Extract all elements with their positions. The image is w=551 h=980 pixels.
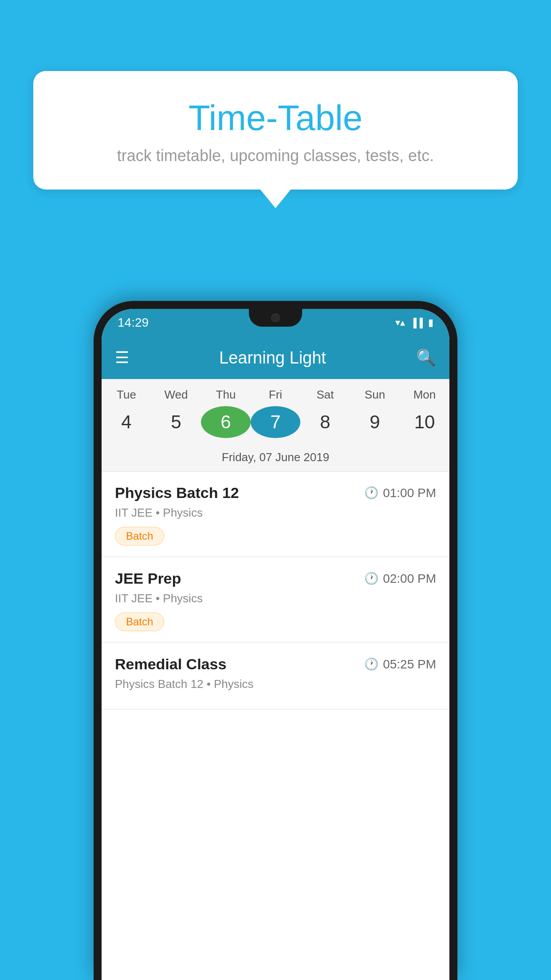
batch-badge: Batch: [115, 612, 164, 631]
camera: [271, 313, 280, 322]
day-number: 9: [350, 408, 400, 436]
calendar-day[interactable]: 7: [251, 406, 300, 438]
schedule-item-header: Remedial Class 🕐 05:25 PM: [115, 656, 436, 673]
day-label: Sat: [300, 379, 350, 406]
speech-bubble: Time-Table track timetable, upcoming cla…: [33, 71, 518, 190]
calendar: TueWedThuFriSatSunMon 45678910 Friday, 0…: [102, 379, 449, 472]
day-label: Wed: [151, 379, 201, 406]
bubble-title: Time-Table: [55, 98, 496, 138]
schedule-title: Physics Batch 12: [115, 484, 239, 502]
day-number: 8: [300, 408, 350, 436]
bubble-subtitle: track timetable, upcoming classes, tests…: [55, 146, 496, 165]
hamburger-icon[interactable]: ☰: [115, 350, 129, 366]
day-number: 5: [151, 408, 201, 436]
day-label: Sun: [350, 379, 400, 406]
calendar-day[interactable]: 9: [350, 408, 400, 436]
day-label: Mon: [400, 379, 449, 406]
schedule-title: Remedial Class: [115, 656, 226, 673]
day-numbers: 45678910: [102, 406, 449, 445]
app-bar: ☰ Learning Light 🔍: [102, 336, 449, 379]
wifi-icon: ▾▴: [395, 317, 405, 328]
schedule-item-header: JEE Prep 🕐 02:00 PM: [115, 570, 436, 587]
schedule-subtitle: IIT JEE • Physics: [115, 592, 436, 605]
batch-badge: Batch: [115, 527, 164, 545]
clock-icon: 🕐: [364, 657, 378, 671]
status-bar: 14:29 ▾▴ ▐▐ ▮: [102, 309, 449, 336]
signal-icon: ▐▐: [410, 318, 423, 328]
day-headers: TueWedThuFriSatSunMon: [102, 379, 449, 406]
day-number: 4: [102, 408, 151, 436]
day-number: 6: [201, 406, 251, 438]
schedule-title: JEE Prep: [115, 570, 181, 587]
calendar-day[interactable]: 8: [300, 408, 350, 436]
battery-icon: ▮: [428, 317, 433, 328]
notch: [249, 309, 302, 327]
schedule-item[interactable]: JEE Prep 🕐 02:00 PM IIT JEE • Physics Ba…: [102, 557, 449, 642]
schedule-item[interactable]: Remedial Class 🕐 05:25 PM Physics Batch …: [102, 643, 449, 709]
status-time: 14:29: [118, 316, 149, 330]
schedule-time: 🕐 05:25 PM: [364, 657, 436, 672]
day-label: Fri: [251, 379, 300, 406]
calendar-day[interactable]: 6: [201, 406, 251, 438]
schedule-list: Physics Batch 12 🕐 01:00 PM IIT JEE • Ph…: [102, 472, 449, 710]
schedule-subtitle: IIT JEE • Physics: [115, 506, 436, 520]
day-number: 7: [251, 406, 300, 438]
schedule-time: 🕐 02:00 PM: [364, 572, 436, 586]
app-bar-title: Learning Light: [219, 348, 326, 368]
schedule-item[interactable]: Physics Batch 12 🕐 01:00 PM IIT JEE • Ph…: [102, 472, 449, 557]
calendar-day[interactable]: 4: [102, 408, 151, 436]
phone-frame: 14:29 ▾▴ ▐▐ ▮ ☰ Learning Light 🔍 TueWedT…: [94, 301, 457, 980]
day-number: 10: [400, 408, 449, 436]
selected-date: Friday, 07 June 2019: [102, 445, 449, 472]
clock-icon: 🕐: [364, 572, 378, 585]
day-label: Tue: [102, 379, 151, 406]
schedule-subtitle: Physics Batch 12 • Physics: [115, 677, 436, 691]
schedule-time: 🕐 01:00 PM: [364, 486, 436, 500]
calendar-day[interactable]: 5: [151, 408, 201, 436]
schedule-item-header: Physics Batch 12 🕐 01:00 PM: [115, 484, 436, 502]
status-icons: ▾▴ ▐▐ ▮: [395, 317, 433, 328]
clock-icon: 🕐: [364, 486, 378, 500]
search-icon[interactable]: 🔍: [416, 348, 436, 367]
phone-screen: 14:29 ▾▴ ▐▐ ▮ ☰ Learning Light 🔍 TueWedT…: [102, 309, 449, 980]
day-label: Thu: [201, 379, 251, 406]
calendar-day[interactable]: 10: [400, 408, 449, 436]
